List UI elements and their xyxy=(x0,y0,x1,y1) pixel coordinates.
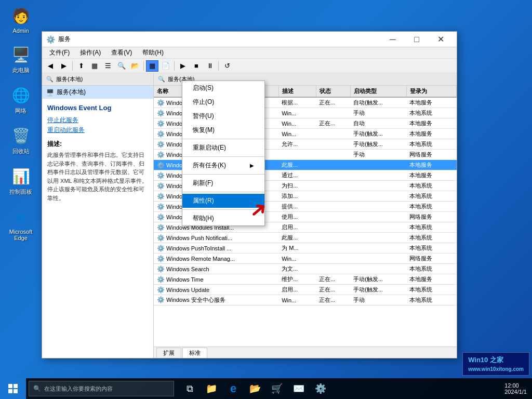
services-title-icon: ⚙️ xyxy=(46,35,55,44)
service-status-cell xyxy=(316,264,350,274)
service-status-cell xyxy=(316,108,350,118)
explorer-taskbar-button[interactable]: 📂 xyxy=(245,378,265,399)
desktop-icons: 🧑 Admin 🖥️ 此电脑 🌐 网络 🗑️ 回收站 📊 控制面板 e Micr… xyxy=(0,0,42,246)
svg-rect-1 xyxy=(14,384,18,388)
ctx-sep-2 xyxy=(182,156,264,157)
service-logon-cell: 本地系统 xyxy=(406,202,456,212)
table-row[interactable]: ⚙️ Windows Update启用...正在...手动(触发...本地系统 xyxy=(154,285,457,295)
ctx-stop[interactable]: 停止(O) xyxy=(182,95,264,109)
service-status-cell xyxy=(316,222,350,233)
view-btn3[interactable]: 🔍 xyxy=(115,60,128,72)
ctx-help[interactable]: 帮助(H) xyxy=(182,211,264,225)
desktop-icon-control[interactable]: 📊 控制面板 xyxy=(3,166,39,196)
task-view-button[interactable]: ⧉ xyxy=(179,378,200,399)
service-status-cell: 正在... xyxy=(316,274,350,285)
table-row[interactable]: ⚙️ Windows PushToInstall ...为 M...本地系统 xyxy=(154,243,457,254)
ctx-start-label: 启动(S) xyxy=(193,84,214,92)
view-btn1[interactable]: ▦ xyxy=(88,60,101,72)
ctx-refresh[interactable]: 刷新(F) xyxy=(182,176,264,190)
play-btn[interactable]: ▶ xyxy=(177,60,189,72)
start-button[interactable] xyxy=(0,378,26,399)
file-explorer-button[interactable]: 📁 xyxy=(201,378,222,399)
service-startup-cell: 手动(触发... xyxy=(350,139,406,150)
desc-text: 此服务管理事件和事件日志。它支持日志记录事件、查询事件、订阅事件、归档事件日志以… xyxy=(47,151,148,202)
tab-expand[interactable]: 扩展 xyxy=(156,348,181,358)
ctx-pause[interactable]: 暂停(U) xyxy=(182,109,264,123)
export-btn[interactable]: 📄 xyxy=(159,60,172,72)
menu-file[interactable]: 文件(F) xyxy=(45,47,74,59)
service-logon-cell: 本地服务 xyxy=(406,118,456,129)
service-status-cell xyxy=(316,233,350,243)
menu-action[interactable]: 操作(A) xyxy=(75,47,105,59)
service-desc-cell: 为 M... xyxy=(278,243,316,254)
service-desc-cell: 维护... xyxy=(278,274,316,285)
col-desc[interactable]: 描述 xyxy=(278,86,316,97)
service-name-cell: ⚙️ Windows 安全中心服务 xyxy=(154,295,278,305)
service-startup-cell xyxy=(350,191,406,202)
service-desc-cell: 使用... xyxy=(278,212,316,222)
service-startup-cell xyxy=(350,264,406,274)
service-startup-cell xyxy=(350,160,406,170)
view-btn4[interactable]: 📂 xyxy=(129,60,141,72)
service-startup-cell xyxy=(350,222,406,233)
ctx-all-tasks[interactable]: 所有任务(K) ▶ xyxy=(182,158,264,172)
service-desc-cell: Win... xyxy=(278,108,316,118)
mail-taskbar-button[interactable]: ✉️ xyxy=(288,378,309,399)
toolbar-sep-1 xyxy=(72,61,73,71)
pause-btn[interactable]: ⏸ xyxy=(204,60,216,72)
selected-service-title: Windows Event Log xyxy=(47,104,148,112)
table-row[interactable]: ⚙️ Windows 安全中心服务Win...正在...手动本地系统 xyxy=(154,295,457,305)
desktop-icon-edge[interactable]: e Microsoft Edge xyxy=(3,206,39,241)
table-row[interactable]: ⚙️ Windows Remote Manag...Win...网络服务 xyxy=(154,254,457,264)
ctx-properties[interactable]: 属性(R) xyxy=(182,194,264,208)
tab-standard[interactable]: 标准 xyxy=(182,348,207,358)
taskbar-tray: 12:002024/1/1 xyxy=(504,382,532,395)
restart-btn[interactable]: ↺ xyxy=(221,60,233,72)
service-desc-cell: 此服... xyxy=(278,233,316,243)
ctx-start[interactable]: 启动(S) xyxy=(182,81,264,95)
forward-button[interactable]: ▶ xyxy=(58,60,70,72)
table-row[interactable]: ⚙️ Windows Push Notificati...此服...本地系统 xyxy=(154,233,457,243)
minimize-button[interactable]: ─ xyxy=(381,32,405,47)
menu-view[interactable]: 查看(V) xyxy=(107,47,137,59)
maximize-button[interactable]: □ xyxy=(405,32,429,47)
ctx-pause-label: 暂停(U) xyxy=(193,112,214,121)
tree-local-services[interactable]: 🖥️ 服务(本地) xyxy=(42,86,153,99)
close-button[interactable]: ✕ xyxy=(429,32,453,47)
view-btn2[interactable]: ☰ xyxy=(102,60,114,72)
admin-label: Admin xyxy=(12,28,29,34)
up-button[interactable]: ⬆ xyxy=(75,60,87,72)
ctx-restart[interactable]: 重新启动(E) xyxy=(182,141,264,155)
col-logon[interactable]: 登录为 xyxy=(406,86,456,97)
edge-icon: e xyxy=(10,206,31,227)
col-status[interactable]: 状态 xyxy=(316,86,350,97)
col-startup[interactable]: 启动类型 xyxy=(350,86,406,97)
desktop-icon-admin[interactable]: 🧑 Admin xyxy=(3,5,39,34)
service-logon-cell: 本地服务 xyxy=(406,160,456,170)
service-startup-cell xyxy=(350,233,406,243)
service-name-cell: ⚙️ Windows Remote Manag... xyxy=(154,254,278,264)
service-startup-cell: 手动 xyxy=(350,295,406,305)
filter-btn[interactable]: ▦ xyxy=(146,60,158,72)
back-button[interactable]: ◀ xyxy=(44,60,57,72)
menu-help[interactable]: 帮助(H) xyxy=(138,47,168,59)
service-desc-cell: 启用... xyxy=(278,222,316,233)
table-row[interactable]: ⚙️ Windows Time维护...正在...手动(触发...本地服务 xyxy=(154,274,457,285)
service-logon-cell: 网络服务 xyxy=(406,150,456,160)
desktop-icon-network[interactable]: 🌐 网络 xyxy=(3,85,39,115)
desktop-icon-computer[interactable]: 🖥️ 此电脑 xyxy=(3,44,39,74)
stop-btn[interactable]: ■ xyxy=(190,60,203,72)
service-logon-cell: 网络服务 xyxy=(406,254,456,264)
store-taskbar-button[interactable]: 🛒 xyxy=(267,378,287,399)
stop-service-link[interactable]: 停止此服务 xyxy=(47,116,148,125)
ctx-resume[interactable]: 恢复(M) xyxy=(182,123,264,137)
service-startup-cell xyxy=(350,181,406,191)
search-icon: 🔍 xyxy=(46,76,54,83)
taskbar-search[interactable]: 🔍 在这里输入你要搜索的内容 xyxy=(29,381,174,396)
edge-taskbar-button[interactable]: e xyxy=(223,378,244,399)
table-row[interactable]: ⚙️ Windows Search为文...本地系统 xyxy=(154,264,457,274)
desktop-icon-recycle[interactable]: 🗑️ 回收站 xyxy=(3,125,39,155)
services-title: 服务 xyxy=(58,35,381,44)
restart-service-link[interactable]: 重启动此服务 xyxy=(47,126,148,135)
settings-taskbar-button[interactable]: ⚙️ xyxy=(310,378,331,399)
